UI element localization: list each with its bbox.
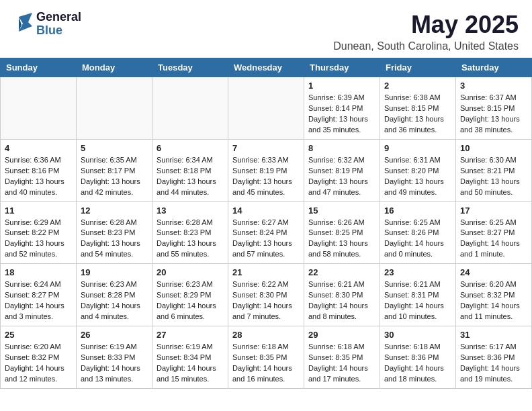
week-row-2: 4Sunrise: 6:36 AM Sunset: 8:16 PM Daylig… xyxy=(1,139,532,201)
day-info: Sunrise: 6:21 AM Sunset: 8:30 PM Dayligh… xyxy=(308,279,375,322)
day-number: 29 xyxy=(308,330,375,340)
day-info: Sunrise: 6:18 AM Sunset: 8:35 PM Dayligh… xyxy=(308,342,375,385)
day-header-saturday: Saturday xyxy=(456,58,532,77)
day-number: 12 xyxy=(81,205,148,216)
day-number: 2 xyxy=(384,81,451,91)
day-header-tuesday: Tuesday xyxy=(152,58,228,77)
calendar-cell: 21Sunrise: 6:22 AM Sunset: 8:30 PM Dayli… xyxy=(228,264,304,326)
day-number: 15 xyxy=(308,205,375,216)
calendar-cell: 5Sunrise: 6:35 AM Sunset: 8:17 PM Daylig… xyxy=(77,139,152,201)
day-info: Sunrise: 6:38 AM Sunset: 8:15 PM Dayligh… xyxy=(384,93,451,136)
calendar-cell: 24Sunrise: 6:20 AM Sunset: 8:32 PM Dayli… xyxy=(456,264,532,326)
calendar-cell: 2Sunrise: 6:38 AM Sunset: 8:15 PM Daylig… xyxy=(380,77,456,140)
month-year: May 2025 xyxy=(333,11,519,39)
calendar-cell: 10Sunrise: 6:30 AM Sunset: 8:21 PM Dayli… xyxy=(456,139,532,201)
calendar-cell xyxy=(228,77,304,140)
calendar-cell: 19Sunrise: 6:23 AM Sunset: 8:28 PM Dayli… xyxy=(77,264,152,326)
day-number: 7 xyxy=(232,143,300,153)
day-number: 22 xyxy=(308,267,375,277)
day-header-sunday: Sunday xyxy=(1,58,77,77)
day-number: 3 xyxy=(460,81,527,91)
calendar-cell: 20Sunrise: 6:23 AM Sunset: 8:29 PM Dayli… xyxy=(152,264,228,326)
calendar-cell xyxy=(152,77,228,140)
day-info: Sunrise: 6:31 AM Sunset: 8:20 PM Dayligh… xyxy=(384,155,451,198)
title-section: May 2025 Dunean, South Carolina, United … xyxy=(333,11,519,52)
day-number: 27 xyxy=(157,330,224,340)
day-header-thursday: Thursday xyxy=(304,58,380,77)
day-headers-row: SundayMondayTuesdayWednesdayThursdayFrid… xyxy=(1,58,532,77)
week-row-5: 25Sunrise: 6:20 AM Sunset: 8:32 PM Dayli… xyxy=(1,326,532,389)
day-number: 16 xyxy=(384,205,451,216)
day-info: Sunrise: 6:35 AM Sunset: 8:17 PM Dayligh… xyxy=(81,155,148,198)
day-info: Sunrise: 6:23 AM Sunset: 8:28 PM Dayligh… xyxy=(81,279,148,322)
day-info: Sunrise: 6:19 AM Sunset: 8:34 PM Dayligh… xyxy=(157,342,224,385)
calendar-cell: 9Sunrise: 6:31 AM Sunset: 8:20 PM Daylig… xyxy=(380,139,456,201)
day-info: Sunrise: 6:20 AM Sunset: 8:32 PM Dayligh… xyxy=(460,279,527,322)
day-number: 26 xyxy=(81,330,148,340)
day-number: 19 xyxy=(81,267,148,277)
day-info: Sunrise: 6:36 AM Sunset: 8:16 PM Dayligh… xyxy=(5,155,72,198)
day-number: 4 xyxy=(5,143,72,153)
calendar-cell: 8Sunrise: 6:32 AM Sunset: 8:19 PM Daylig… xyxy=(304,139,380,201)
day-info: Sunrise: 6:25 AM Sunset: 8:26 PM Dayligh… xyxy=(384,218,451,261)
calendar-body: 1Sunrise: 6:39 AM Sunset: 8:14 PM Daylig… xyxy=(1,77,532,389)
day-info: Sunrise: 6:24 AM Sunset: 8:27 PM Dayligh… xyxy=(5,279,72,322)
day-info: Sunrise: 6:30 AM Sunset: 8:21 PM Dayligh… xyxy=(460,155,527,198)
day-info: Sunrise: 6:37 AM Sunset: 8:15 PM Dayligh… xyxy=(460,93,527,136)
day-number: 21 xyxy=(232,267,300,277)
day-info: Sunrise: 6:20 AM Sunset: 8:32 PM Dayligh… xyxy=(5,342,72,385)
day-info: Sunrise: 6:28 AM Sunset: 8:23 PM Dayligh… xyxy=(157,218,224,261)
calendar-cell: 16Sunrise: 6:25 AM Sunset: 8:26 PM Dayli… xyxy=(380,201,456,264)
logo-text: General Blue xyxy=(36,11,81,38)
week-row-4: 18Sunrise: 6:24 AM Sunset: 8:27 PM Dayli… xyxy=(1,264,532,326)
calendar-cell: 18Sunrise: 6:24 AM Sunset: 8:27 PM Dayli… xyxy=(1,264,77,326)
calendar-cell: 28Sunrise: 6:18 AM Sunset: 8:35 PM Dayli… xyxy=(228,326,304,389)
day-info: Sunrise: 6:23 AM Sunset: 8:29 PM Dayligh… xyxy=(157,279,224,322)
day-info: Sunrise: 6:27 AM Sunset: 8:24 PM Dayligh… xyxy=(232,218,300,261)
day-info: Sunrise: 6:18 AM Sunset: 8:35 PM Dayligh… xyxy=(232,342,300,385)
day-number: 30 xyxy=(384,330,451,340)
calendar-cell: 31Sunrise: 6:17 AM Sunset: 8:36 PM Dayli… xyxy=(456,326,532,389)
week-row-3: 11Sunrise: 6:29 AM Sunset: 8:22 PM Dayli… xyxy=(1,201,532,264)
calendar-cell: 4Sunrise: 6:36 AM Sunset: 8:16 PM Daylig… xyxy=(1,139,77,201)
day-number: 31 xyxy=(460,330,527,340)
day-number: 28 xyxy=(232,330,300,340)
logo-icon xyxy=(13,11,35,37)
day-info: Sunrise: 6:39 AM Sunset: 8:14 PM Dayligh… xyxy=(308,93,375,136)
day-header-friday: Friday xyxy=(380,58,456,77)
calendar-cell xyxy=(1,77,77,140)
day-info: Sunrise: 6:34 AM Sunset: 8:18 PM Dayligh… xyxy=(157,155,224,198)
calendar-cell: 23Sunrise: 6:21 AM Sunset: 8:31 PM Dayli… xyxy=(380,264,456,326)
week-row-1: 1Sunrise: 6:39 AM Sunset: 8:14 PM Daylig… xyxy=(1,77,532,140)
day-info: Sunrise: 6:25 AM Sunset: 8:27 PM Dayligh… xyxy=(460,218,527,261)
calendar-cell xyxy=(77,77,152,140)
day-number: 5 xyxy=(81,143,148,153)
day-info: Sunrise: 6:33 AM Sunset: 8:19 PM Dayligh… xyxy=(232,155,300,198)
day-info: Sunrise: 6:21 AM Sunset: 8:31 PM Dayligh… xyxy=(384,279,451,322)
calendar-cell: 6Sunrise: 6:34 AM Sunset: 8:18 PM Daylig… xyxy=(152,139,228,201)
calendar-table: SundayMondayTuesdayWednesdayThursdayFrid… xyxy=(0,58,532,389)
calendar-cell: 25Sunrise: 6:20 AM Sunset: 8:32 PM Dayli… xyxy=(1,326,77,389)
day-number: 17 xyxy=(460,205,527,216)
day-info: Sunrise: 6:22 AM Sunset: 8:30 PM Dayligh… xyxy=(232,279,300,322)
location: Dunean, South Carolina, United States xyxy=(333,40,519,52)
calendar-cell: 29Sunrise: 6:18 AM Sunset: 8:35 PM Dayli… xyxy=(304,326,380,389)
day-number: 18 xyxy=(5,267,72,277)
calendar-cell: 14Sunrise: 6:27 AM Sunset: 8:24 PM Dayli… xyxy=(228,201,304,264)
day-header-monday: Monday xyxy=(77,58,152,77)
page-header: General Blue May 2025 Dunean, South Caro… xyxy=(0,0,532,58)
logo-general: General xyxy=(36,11,81,24)
calendar-cell: 17Sunrise: 6:25 AM Sunset: 8:27 PM Dayli… xyxy=(456,201,532,264)
day-info: Sunrise: 6:26 AM Sunset: 8:25 PM Dayligh… xyxy=(308,218,375,261)
calendar-cell: 12Sunrise: 6:28 AM Sunset: 8:23 PM Dayli… xyxy=(77,201,152,264)
calendar-cell: 26Sunrise: 6:19 AM Sunset: 8:33 PM Dayli… xyxy=(77,326,152,389)
logo: General Blue xyxy=(13,11,81,38)
day-number: 8 xyxy=(308,143,375,153)
day-info: Sunrise: 6:28 AM Sunset: 8:23 PM Dayligh… xyxy=(81,218,148,261)
calendar-cell: 11Sunrise: 6:29 AM Sunset: 8:22 PM Dayli… xyxy=(1,201,77,264)
calendar-cell: 30Sunrise: 6:18 AM Sunset: 8:36 PM Dayli… xyxy=(380,326,456,389)
day-number: 1 xyxy=(308,81,375,91)
day-info: Sunrise: 6:32 AM Sunset: 8:19 PM Dayligh… xyxy=(308,155,375,198)
day-number: 6 xyxy=(157,143,224,153)
day-number: 14 xyxy=(232,205,300,216)
